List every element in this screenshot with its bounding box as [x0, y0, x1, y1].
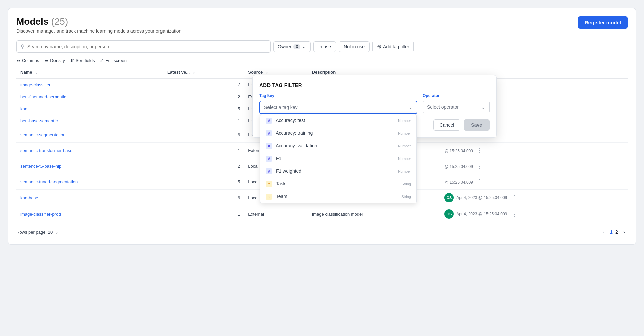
model-link-6[interactable]: sentence-t5-base-nlpl: [20, 164, 62, 169]
pagination-row: Rows per page: 10 ⌄ ‹ 1 2 ›: [16, 228, 628, 236]
cell-version-8: 6: [163, 190, 244, 206]
col-header-version: Latest ve... ⌄: [163, 66, 244, 78]
table-row: image-classifier-prod 1 External Image c…: [16, 206, 628, 222]
cell-version-6: 2: [163, 158, 244, 174]
in-use-filter-button[interactable]: In use: [313, 41, 336, 52]
dropdown-item-accuracy-training[interactable]: # Accuracy: training Number: [260, 127, 416, 140]
atf-cancel-button[interactable]: Cancel: [433, 119, 461, 131]
cell-version-3: 1: [163, 115, 244, 127]
model-link-2[interactable]: knn: [20, 106, 27, 111]
cell-name-1: bert-finetuned-semantic: [16, 91, 163, 103]
owner-filter-button[interactable]: Owner 3 ⌄: [273, 41, 311, 52]
columns-button[interactable]: ☷ Columns: [16, 58, 39, 63]
cell-name-7: semantic-tuned-segmentation: [16, 174, 163, 190]
page-title-area: Models (25) Discover, manage, and track …: [16, 16, 183, 34]
row-actions-5[interactable]: ⋮: [474, 146, 485, 155]
cell-date-7: @ 15:25:04.009 ⋮: [440, 174, 628, 190]
row-actions-8[interactable]: ⋮: [510, 193, 520, 202]
rows-per-page-label: Rows per page: 10: [16, 230, 53, 235]
page-title: Models (25): [16, 16, 183, 27]
row-actions-7[interactable]: ⋮: [474, 177, 485, 186]
num-icon-accuracy-validation: #: [266, 143, 272, 149]
cell-source-9: External: [244, 206, 308, 222]
operator-label: Operator: [423, 93, 490, 98]
tag-key-label: Tag key: [259, 93, 417, 98]
col-header-name: Name ⌄: [16, 66, 163, 78]
avatar-9: OS: [444, 209, 454, 219]
operator-column: Operator Select operator ⌄: [423, 93, 490, 113]
tag-key-chevron-icon: ⌄: [409, 105, 413, 110]
model-link-3[interactable]: bert-base-semantic: [20, 118, 58, 123]
page-title-text: Models: [16, 16, 48, 27]
cell-version-4: 6: [163, 127, 244, 143]
model-link-1[interactable]: bert-finetuned-semantic: [20, 94, 66, 99]
main-card: Models (25) Discover, manage, and track …: [8, 8, 636, 245]
team-type: String: [401, 195, 411, 199]
owner-filter-count: 3: [293, 44, 300, 49]
sort-icon: ⇵: [70, 58, 74, 63]
density-icon: ☰: [44, 58, 48, 63]
dropdown-item-accuracy-validation[interactable]: # Accuracy: validation Number: [260, 140, 416, 152]
f1-label: F1: [276, 156, 281, 161]
team-label: Team: [276, 194, 287, 199]
accuracy-training-type: Number: [398, 131, 411, 135]
cell-name-4: semantic-segmentation: [16, 127, 163, 143]
model-link-4[interactable]: semantic-segmentation: [20, 132, 65, 137]
model-link-8[interactable]: knn-base: [20, 195, 38, 200]
cell-name-2: knn: [16, 103, 163, 115]
task-label: Task: [276, 181, 286, 186]
tag-key-select[interactable]: Select a tag key ⌄ # Accuracy: test Numb…: [259, 101, 417, 114]
dropdown-item-f1[interactable]: # F1 Number: [260, 152, 416, 165]
add-tag-filter-overlay: ADD TAG FILTER Tag key Select a tag key …: [252, 75, 497, 138]
cell-date-5: @ 15:25:04.009 ⋮: [440, 143, 628, 158]
next-page-number[interactable]: 2: [615, 229, 618, 235]
rows-per-page[interactable]: Rows per page: 10 ⌄: [16, 230, 59, 235]
accuracy-test-label: Accuracy: test: [276, 118, 305, 123]
current-page[interactable]: 1: [610, 229, 613, 235]
search-box: ⚲: [16, 40, 271, 53]
cell-name-0: image-classifier: [16, 78, 163, 91]
full-screen-icon: ⤢: [100, 58, 104, 63]
model-link-7[interactable]: semantic-tuned-segmentation: [20, 179, 78, 184]
cell-name-5: semantic-transformer-base: [16, 143, 163, 158]
density-label: Density: [50, 58, 65, 63]
row-actions-9[interactable]: ⋮: [510, 210, 520, 218]
search-input[interactable]: [27, 44, 266, 49]
table-toolbar: ☷ Columns ☰ Density ⇵ Sort fields ⤢ Full…: [16, 58, 628, 63]
full-screen-label: Full screen: [105, 58, 127, 63]
sort-fields-label: Sort fields: [76, 58, 95, 63]
add-tag-filter-label: Add tag filter: [383, 44, 409, 49]
tag-key-placeholder: Select a tag key: [264, 105, 298, 110]
cell-version-5: 1: [163, 143, 244, 158]
rows-per-page-chevron: ⌄: [55, 230, 59, 235]
model-link-0[interactable]: image-classifier: [20, 82, 50, 87]
owner-filter-label: Owner: [278, 44, 291, 49]
full-screen-button[interactable]: ⤢ Full screen: [100, 58, 127, 63]
density-button[interactable]: ☰ Density: [44, 58, 65, 63]
operator-select[interactable]: Select operator ⌄: [423, 101, 490, 113]
name-sort-icon: ⌄: [35, 70, 38, 74]
not-in-use-filter-button[interactable]: Not in use: [339, 41, 370, 52]
prev-page-button[interactable]: ‹: [600, 228, 607, 236]
page-nav: ‹ 1 2 ›: [600, 228, 628, 236]
next-page-button[interactable]: ›: [621, 228, 628, 236]
dropdown-item-task[interactable]: t Task String: [260, 178, 416, 190]
dropdown-item-f1-weighted[interactable]: # F1 weighted Number: [260, 165, 416, 178]
cell-name-9: image-classifier-prod: [16, 206, 163, 222]
cell-version-7: 5: [163, 174, 244, 190]
model-link-9[interactable]: image-classifier-prod: [20, 212, 61, 217]
cell-version-9: 1: [163, 206, 244, 222]
columns-label: Columns: [22, 58, 39, 63]
dropdown-item-accuracy-test[interactable]: # Accuracy: test Number: [260, 114, 416, 127]
cell-date-6: @ 15:25:04.009 ⋮: [440, 158, 628, 174]
atf-save-button[interactable]: Save: [464, 119, 490, 131]
f1-weighted-type: Number: [398, 169, 411, 173]
cell-name-3: bert-base-semantic: [16, 115, 163, 127]
register-model-button[interactable]: Register model: [578, 16, 628, 29]
add-tag-filter-button[interactable]: ⊕ Add tag filter: [372, 41, 414, 52]
sort-fields-button[interactable]: ⇵ Sort fields: [70, 58, 95, 63]
row-actions-6[interactable]: ⋮: [474, 162, 485, 170]
model-link-5[interactable]: semantic-transformer-base: [20, 148, 72, 153]
dropdown-item-team[interactable]: t Team String: [260, 190, 416, 203]
cell-avatar-9: OS Apr 4, 2023 @ 15:25:04.009 ⋮: [440, 206, 628, 222]
